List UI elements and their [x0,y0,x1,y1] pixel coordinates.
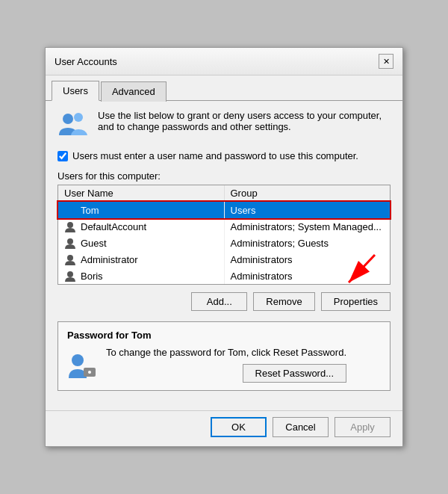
bottom-buttons: OK Cancel Apply [46,410,402,446]
svg-point-5 [67,255,73,261]
reset-btn-row: Reset Password... [106,364,346,383]
users-icon [57,110,89,141]
svg-point-3 [67,222,73,228]
svg-point-1 [74,113,83,122]
password-section-title: Password for Tom [67,330,381,341]
svg-point-2 [67,206,73,212]
svg-point-9 [72,354,84,366]
tab-users[interactable]: Users [52,81,99,101]
must-enter-password-label[interactable]: Users must enter a user name and passwor… [72,150,358,161]
user-row-icon [64,237,76,249]
user-table: User Name Group [58,185,390,284]
info-box: Use the list below to grant or deny user… [57,110,391,141]
table-row[interactable]: Tom Users [58,202,390,219]
info-text: Use the list below to grant or deny user… [98,110,382,132]
user-name-cell: Tom [58,202,224,219]
password-section: Password for Tom To change the password … [57,321,391,391]
reset-password-button[interactable]: Reset Password... [243,364,347,383]
user-row-icon [64,253,76,265]
svg-point-6 [67,271,73,277]
user-row-icon [64,204,76,216]
col-group: Group [224,185,390,202]
main-content: Use the list below to grant or deny user… [46,101,402,410]
user-row-icon [64,220,76,232]
must-enter-password-row: Users must enter a user name and passwor… [57,150,391,161]
add-button[interactable]: Add... [191,292,247,311]
user-action-buttons: Add... Remove Properties [57,292,391,311]
table-row[interactable]: Administrator Administrators [58,251,390,268]
svg-point-4 [67,238,73,244]
user-table-wrapper: User Name Group [57,185,391,285]
cancel-button[interactable]: Cancel [273,417,329,437]
user-row-icon [64,270,76,282]
user-group-cell: Users [224,202,390,219]
table-row[interactable]: DefaultAccount Administrators; System Ma… [58,218,390,235]
password-description: To change the password for Tom, click Re… [106,347,346,383]
col-username: User Name [58,185,224,202]
user-table-container: User Name Group [57,185,391,285]
remove-button[interactable]: Remove [253,292,314,311]
ok-button[interactable]: OK [211,417,267,437]
title-bar: User Accounts ✕ [46,48,402,75]
svg-point-0 [63,114,73,124]
users-section-label: Users for this computer: [57,170,391,182]
tab-bar: Users Advanced [46,75,402,101]
user-accounts-dialog: User Accounts ✕ Users Advanced Use the l… [45,47,403,447]
password-inner: To change the password for Tom, click Re… [67,347,381,383]
svg-point-11 [88,371,91,374]
must-enter-password-checkbox[interactable] [57,151,68,161]
table-row[interactable]: Boris Administrators [58,268,390,284]
properties-button[interactable]: Properties [321,292,391,311]
dialog-title: User Accounts [55,56,117,67]
password-user-icon [67,350,97,380]
close-button[interactable]: ✕ [379,54,393,69]
table-row[interactable]: Guest Administrators; Guests [58,235,390,251]
tab-advanced[interactable]: Advanced [101,81,167,102]
apply-button[interactable]: Apply [335,417,391,437]
